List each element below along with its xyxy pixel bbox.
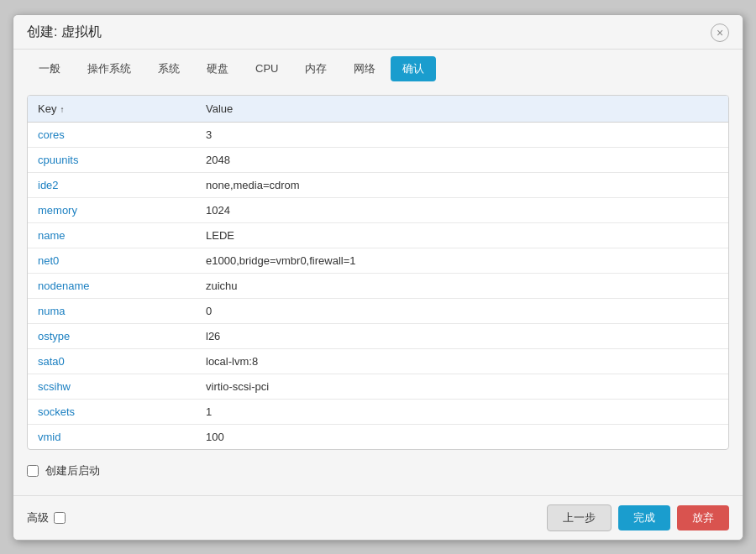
cell-value: local-lvm:8 (196, 348, 728, 374)
cell-value: e1000,bridge=vmbr0,firewall=1 (196, 248, 728, 273)
table-row: sata0local-lvm:8 (28, 348, 728, 374)
cell-value: 2048 (196, 147, 728, 172)
col-header-value: Value (196, 96, 728, 123)
cell-value: zuichu (196, 273, 728, 298)
dialog-body: Key↑ Value cores3cpuunits2048ide2none,me… (13, 81, 743, 495)
advanced-checkbox[interactable] (54, 512, 66, 524)
autostart-label: 创建后启动 (45, 463, 100, 478)
back-button[interactable]: 上一步 (547, 504, 612, 531)
table-row: scsihwvirtio-scsi-pci (28, 374, 728, 399)
cell-key: nodename (28, 273, 196, 298)
config-table: Key↑ Value cores3cpuunits2048ide2none,me… (28, 96, 728, 449)
table-row: cpuunits2048 (28, 147, 728, 172)
cell-value: 1 (196, 399, 728, 424)
cell-key: scsihw (28, 374, 196, 399)
table-body: cores3cpuunits2048ide2none,media=cdromme… (28, 122, 728, 449)
table-row: vmid100 (28, 424, 728, 449)
table-row: nodenamezuichu (28, 273, 728, 298)
dialog-header: 创建: 虚拟机 × (13, 15, 743, 50)
create-vm-dialog: 创建: 虚拟机 × 一般 操作系统 系统 硬盘 CPU 内存 网络 确认 Key… (13, 14, 743, 541)
table-row: sockets1 (28, 399, 728, 424)
cell-value: none,media=cdrom (196, 172, 728, 197)
cell-key: sockets (28, 399, 196, 424)
finish-button[interactable]: 完成 (618, 505, 670, 530)
cell-value: virtio-scsi-pci (196, 374, 728, 399)
table-row: cores3 (28, 122, 728, 147)
autostart-area: 创建后启动 (27, 460, 729, 482)
tab-disk[interactable]: 硬盘 (195, 56, 240, 81)
close-button[interactable]: × (711, 24, 729, 42)
config-table-container: Key↑ Value cores3cpuunits2048ide2none,me… (27, 95, 729, 450)
table-row: net0e1000,bridge=vmbr0,firewall=1 (28, 248, 728, 273)
table-row: numa0 (28, 298, 728, 323)
cell-key: sata0 (28, 348, 196, 374)
cell-key: numa (28, 298, 196, 323)
tab-system[interactable]: 系统 (146, 56, 192, 81)
cell-value: 100 (196, 424, 728, 449)
cell-value: LEDE (196, 222, 728, 248)
abort-button[interactable]: 放弃 (677, 505, 729, 530)
cell-value: 3 (196, 122, 728, 147)
table-row: ostypel26 (28, 323, 728, 348)
table-row: nameLEDE (28, 222, 728, 248)
cell-key: vmid (28, 424, 196, 449)
tab-memory[interactable]: 内存 (293, 56, 339, 81)
advanced-label: 高级 (27, 510, 49, 525)
cell-key: cores (28, 122, 196, 147)
cell-key: ide2 (28, 172, 196, 197)
tab-os[interactable]: 操作系统 (76, 56, 143, 81)
cell-value: 0 (196, 298, 728, 323)
dialog-title: 创建: 虚拟机 (27, 24, 102, 41)
col-header-key[interactable]: Key↑ (28, 96, 196, 123)
cell-key: cpuunits (28, 147, 196, 172)
dialog-footer: 高级 上一步 完成 放弃 (13, 495, 743, 540)
cell-key: memory (28, 197, 196, 222)
tab-cpu[interactable]: CPU (244, 57, 290, 80)
table-row: ide2none,media=cdrom (28, 172, 728, 197)
sort-icon: ↑ (60, 105, 64, 114)
tab-confirm[interactable]: 确认 (391, 56, 436, 81)
cell-key: net0 (28, 248, 196, 273)
cell-key: name (28, 222, 196, 248)
autostart-checkbox[interactable] (27, 465, 39, 477)
tab-bar: 一般 操作系统 系统 硬盘 CPU 内存 网络 确认 (13, 50, 743, 81)
tab-general[interactable]: 一般 (27, 56, 72, 81)
tab-network[interactable]: 网络 (342, 56, 387, 81)
cell-value: 1024 (196, 197, 728, 222)
table-row: memory1024 (28, 197, 728, 222)
footer-left: 高级 (27, 510, 66, 525)
cell-value: l26 (196, 323, 728, 348)
table-header-row: Key↑ Value (28, 96, 728, 123)
cell-key: ostype (28, 323, 196, 348)
